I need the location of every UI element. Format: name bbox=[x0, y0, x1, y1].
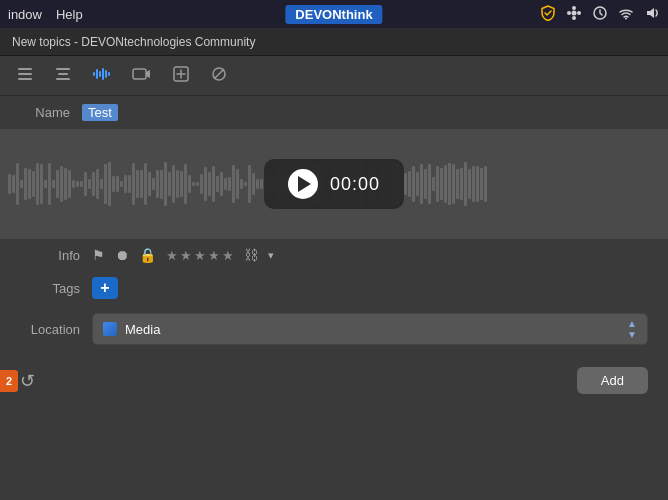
name-label: Name bbox=[20, 105, 70, 120]
star-2[interactable]: ★ bbox=[180, 248, 192, 263]
info-icons: ⚑ ⏺ 🔒 ★ ★ ★ ★ ★ ⛓ ▾ bbox=[92, 247, 274, 263]
star-4[interactable]: ★ bbox=[208, 248, 220, 263]
waveform-bar bbox=[108, 162, 111, 205]
waveform-bar bbox=[432, 177, 435, 191]
video-icon[interactable] bbox=[132, 65, 152, 87]
svg-line-22 bbox=[214, 69, 224, 79]
waveform-bar bbox=[236, 169, 239, 198]
waveform-bar bbox=[152, 178, 155, 191]
waveform-bar bbox=[168, 172, 171, 196]
waveform-bar bbox=[464, 162, 467, 205]
add-tag-button[interactable]: + bbox=[92, 277, 118, 299]
waveform-bar bbox=[120, 181, 123, 187]
list-view-icon[interactable] bbox=[16, 65, 34, 87]
refresh-icon[interactable]: ↺ bbox=[20, 370, 35, 392]
waveform-bar bbox=[52, 180, 55, 188]
play-icon bbox=[298, 176, 311, 192]
waveform-area: 00:00 bbox=[0, 129, 668, 239]
waveform-bar bbox=[116, 176, 119, 192]
svg-rect-13 bbox=[93, 72, 95, 76]
svg-rect-12 bbox=[56, 78, 70, 80]
star-1[interactable]: ★ bbox=[166, 248, 178, 263]
link-icon[interactable]: ⛓ bbox=[244, 247, 258, 263]
waveform-bar bbox=[220, 172, 223, 196]
waveform-bar bbox=[40, 164, 43, 205]
star-5[interactable]: ★ bbox=[222, 248, 234, 263]
waveform-bar bbox=[428, 164, 431, 205]
clock-icon bbox=[592, 5, 608, 24]
waveform-bar bbox=[232, 165, 235, 202]
waveform-bar bbox=[60, 166, 63, 202]
waveform-bar bbox=[192, 182, 195, 187]
waveform-bar bbox=[12, 175, 15, 193]
waveform-bar bbox=[240, 179, 243, 190]
waveform-icon[interactable] bbox=[92, 65, 112, 87]
waveform-bar bbox=[196, 182, 199, 187]
waveform-bar bbox=[36, 163, 39, 206]
waveform-bar bbox=[456, 169, 459, 199]
add-button[interactable]: Add bbox=[577, 367, 648, 394]
location-text: Media bbox=[125, 322, 619, 337]
waveform-bar bbox=[8, 174, 11, 194]
location-select[interactable]: Media ▲ ▼ bbox=[92, 313, 648, 345]
record-icon[interactable]: ⏺ bbox=[115, 247, 129, 263]
location-row: Location Media ▲ ▼ bbox=[0, 305, 668, 353]
menubar-icons bbox=[540, 5, 660, 24]
waveform-bar bbox=[472, 166, 475, 203]
svg-point-1 bbox=[572, 6, 576, 10]
svg-rect-14 bbox=[96, 69, 98, 79]
svg-rect-18 bbox=[108, 72, 110, 76]
waveform-bar bbox=[176, 170, 179, 198]
waveform-bar bbox=[172, 165, 175, 202]
waveform-bar bbox=[244, 182, 247, 187]
flag-icon[interactable]: ⚑ bbox=[92, 247, 105, 263]
waveform-bar bbox=[228, 177, 231, 191]
shield-icon bbox=[540, 5, 556, 24]
star-rating[interactable]: ★ ★ ★ ★ ★ bbox=[166, 248, 234, 263]
align-center-icon[interactable] bbox=[54, 65, 72, 87]
wifi-icon bbox=[618, 5, 634, 24]
svg-rect-11 bbox=[58, 73, 68, 75]
svg-rect-9 bbox=[18, 78, 32, 80]
waveform-bar bbox=[160, 170, 163, 199]
location-folder-icon bbox=[103, 322, 117, 336]
lock-icon[interactable]: 🔒 bbox=[139, 247, 156, 263]
waveform-bar bbox=[412, 166, 415, 202]
waveform-bar bbox=[48, 163, 51, 204]
play-button[interactable] bbox=[288, 169, 318, 199]
waveform-bar bbox=[248, 165, 251, 203]
expand-icon[interactable] bbox=[172, 65, 190, 87]
waveform-bar bbox=[136, 170, 139, 198]
tab-title: New topics - DEVONtechnologies Community bbox=[12, 35, 255, 49]
svg-rect-10 bbox=[56, 68, 70, 70]
info-dropdown[interactable]: ▾ bbox=[268, 249, 274, 262]
waveform-bar bbox=[156, 170, 159, 198]
waveform-bar bbox=[144, 163, 147, 205]
help-menu[interactable]: Help bbox=[56, 7, 83, 22]
svg-rect-19 bbox=[133, 69, 146, 79]
svg-point-0 bbox=[572, 10, 577, 15]
waveform-bar bbox=[128, 175, 131, 194]
waveform-bar bbox=[88, 179, 91, 189]
window-menu[interactable]: indow bbox=[8, 7, 42, 22]
waveform-bar bbox=[104, 164, 107, 205]
waveform-bar bbox=[96, 169, 99, 199]
star-3[interactable]: ★ bbox=[194, 248, 206, 263]
bottom-row: ↺ Add bbox=[0, 357, 668, 404]
waveform-bar bbox=[100, 179, 103, 190]
waveform-bar bbox=[452, 164, 455, 205]
waveform-bar bbox=[32, 171, 35, 196]
tags-row: Tags + bbox=[0, 271, 668, 305]
svg-point-4 bbox=[577, 11, 581, 15]
waveform-bar bbox=[180, 171, 183, 197]
waveform-bar bbox=[404, 173, 407, 195]
waveform-bar bbox=[140, 170, 143, 199]
waveform-bar bbox=[252, 173, 255, 194]
flower-icon bbox=[566, 5, 582, 24]
waveform-bar bbox=[56, 170, 59, 198]
svg-point-3 bbox=[567, 11, 571, 15]
disabled-icon[interactable] bbox=[210, 65, 228, 87]
waveform-bar bbox=[224, 178, 227, 191]
name-value[interactable]: Test bbox=[82, 104, 118, 121]
waveform-bar bbox=[64, 168, 67, 200]
